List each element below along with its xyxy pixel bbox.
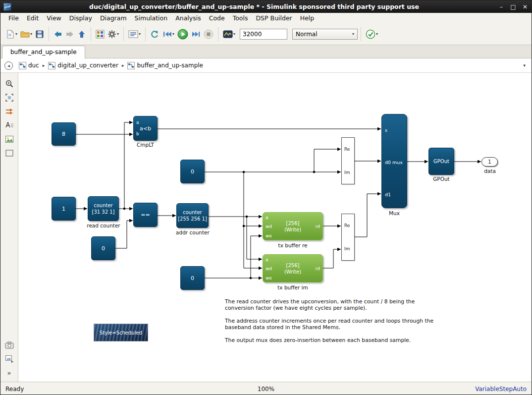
simulation-mode-select[interactable]: Normal ▾ — [292, 29, 358, 40]
stop-button[interactable] — [202, 27, 215, 42]
block-constant-0-mid[interactable]: 0 — [91, 236, 115, 260]
block-equality[interactable]: == — [133, 203, 158, 227]
toolbar-separator — [361, 27, 361, 41]
library-icon — [96, 30, 105, 39]
back-arrow-icon — [53, 30, 62, 39]
menu-edit[interactable]: Edit — [23, 13, 43, 23]
block-tx-buffer-im[interactable]: a wd we rd [256] (Write) — [263, 254, 323, 282]
port-wd: wd — [266, 267, 272, 271]
zoom-level: 100% — [258, 386, 274, 393]
block-complex-bottom[interactable]: Re Im — [341, 214, 355, 261]
solver-name[interactable]: VariableStepAuto — [475, 386, 527, 393]
block-text: counter [255 256 1] — [178, 209, 207, 222]
port-re: Re — [344, 147, 350, 152]
port-a: a — [266, 258, 268, 262]
forward-button[interactable] — [64, 27, 76, 42]
area-box-button[interactable] — [3, 147, 16, 159]
library-browser-button[interactable] — [94, 27, 106, 42]
block-constant-1[interactable]: 1 — [52, 197, 76, 221]
block-read-counter[interactable]: counter [31 32 1] — [88, 196, 119, 221]
port-a: a — [136, 120, 139, 125]
maximize-button[interactable]: □ — [510, 3, 517, 10]
annotation-button[interactable] — [3, 119, 16, 131]
build-verify-button[interactable]: ▾ — [364, 27, 379, 42]
simulation-data-inspector-button[interactable]: ▾ — [221, 27, 237, 42]
block-constant-0-bottom[interactable]: 0 — [180, 266, 205, 290]
breadcrumb-dropdown-icon[interactable]: ▾ — [523, 63, 528, 68]
menu-simulation[interactable]: Simulation — [131, 13, 172, 23]
toolbar-separator — [49, 27, 49, 41]
block-gpout[interactable]: GPOut — [428, 148, 454, 175]
counter-text-line1: counter — [94, 202, 112, 209]
block-constant-0-top[interactable]: 0 — [180, 160, 205, 183]
block-label-tx-buffer-im: tx buffer im — [263, 284, 323, 290]
simulation-stop-time-input[interactable] — [240, 29, 287, 40]
minimize-button[interactable]: – — [498, 3, 505, 10]
signal-routing-icon — [5, 107, 14, 116]
block-style-scheduled[interactable]: Style=Scheduled — [94, 324, 148, 341]
new-model-button[interactable]: ▾ — [4, 27, 19, 42]
counter-text-line1: counter — [183, 209, 202, 216]
menu-analysis[interactable]: Analysis — [171, 13, 205, 23]
menu-display[interactable]: Display — [65, 13, 96, 23]
back-button[interactable] — [52, 27, 64, 42]
image-annotation-button[interactable] — [3, 133, 16, 145]
block-constant-8[interactable]: 8 — [52, 122, 76, 146]
chevron-down-icon: ▾ — [376, 32, 378, 36]
block-value: 0 — [191, 275, 194, 282]
run-button[interactable] — [176, 27, 190, 42]
menu-diagram[interactable]: Diagram — [96, 13, 131, 23]
up-to-parent-button[interactable] — [76, 27, 88, 42]
save-button[interactable] — [34, 27, 46, 42]
block-tx-buffer-re[interactable]: a wd we rd [256] (Write) — [263, 212, 323, 240]
fast-restart-button[interactable] — [149, 27, 161, 42]
menu-code[interactable]: Code — [205, 13, 229, 23]
block-value: 0 — [102, 245, 105, 252]
signal-routing-button[interactable] — [3, 106, 16, 117]
port-s: s — [385, 128, 387, 133]
save-icon — [35, 30, 44, 39]
window-title: duc/digital_up_converter/buffer_and_up-s… — [14, 3, 494, 10]
diagram-canvas[interactable]: 8 a b a<b CmpLT 0 1 counter [31 32 1] — [18, 73, 532, 382]
open-folder-icon — [20, 30, 30, 39]
step-back-button[interactable]: ▾ — [161, 27, 176, 42]
model-browser-toggle-icon[interactable]: ◂ — [4, 61, 13, 70]
menu-help[interactable]: Help — [296, 13, 319, 23]
style-note-text: Style=Scheduled — [100, 330, 142, 336]
scope-icon — [223, 30, 233, 38]
port-we: we — [266, 234, 272, 238]
screenshot-button[interactable] — [3, 353, 16, 365]
block-value: 0 — [191, 169, 194, 175]
close-button[interactable]: ✕ — [522, 3, 529, 10]
port-a: a — [266, 216, 268, 220]
menu-dsp-builder[interactable]: DSP Builder — [252, 13, 296, 23]
model-settings-button[interactable]: ▾ — [127, 27, 142, 42]
block-mux[interactable]: s d0 mux d1 — [381, 114, 407, 208]
breadcrumb-item-duc[interactable]: duc — [19, 62, 39, 69]
port-re: Re — [344, 224, 350, 228]
block-addr-counter[interactable]: counter [255 256 1] — [176, 203, 209, 228]
open-model-button[interactable]: ▾ — [19, 27, 34, 42]
menu-file[interactable]: File — [4, 13, 23, 23]
expand-palette-button[interactable]: » — [3, 367, 16, 379]
menu-view[interactable]: View — [43, 13, 65, 23]
block-value: 8 — [62, 131, 65, 137]
block-cmplt[interactable]: a b a<b — [133, 116, 158, 141]
zoom-button[interactable] — [3, 78, 16, 90]
step-back-icon — [162, 30, 172, 39]
step-forward-button[interactable] — [190, 27, 202, 42]
model-configuration-button[interactable]: ▾ — [106, 27, 120, 42]
viewmarks-button[interactable] — [3, 339, 16, 351]
breadcrumb-item-buffer-and-up-sample[interactable]: buffer_and_up-sample — [127, 62, 203, 69]
toolbar-separator — [145, 27, 146, 41]
fit-to-view-button[interactable] — [3, 92, 16, 104]
block-label-gpout: GPOut — [428, 176, 454, 182]
counter-text-line2: [31 32 1] — [92, 209, 115, 215]
block-outport-data[interactable]: 1 — [481, 157, 498, 167]
block-complex-top[interactable]: Re Im — [341, 137, 355, 184]
simulink-app-icon — [3, 3, 11, 11]
menu-tools[interactable]: Tools — [229, 13, 252, 23]
breadcrumb-item-digital-up-converter[interactable]: digital_up_converter — [48, 62, 118, 69]
breadcrumb-label: buffer_and_up-sample — [137, 62, 203, 69]
tab-buffer-and-up-sample[interactable]: buffer_and_up-sample — [2, 46, 85, 58]
